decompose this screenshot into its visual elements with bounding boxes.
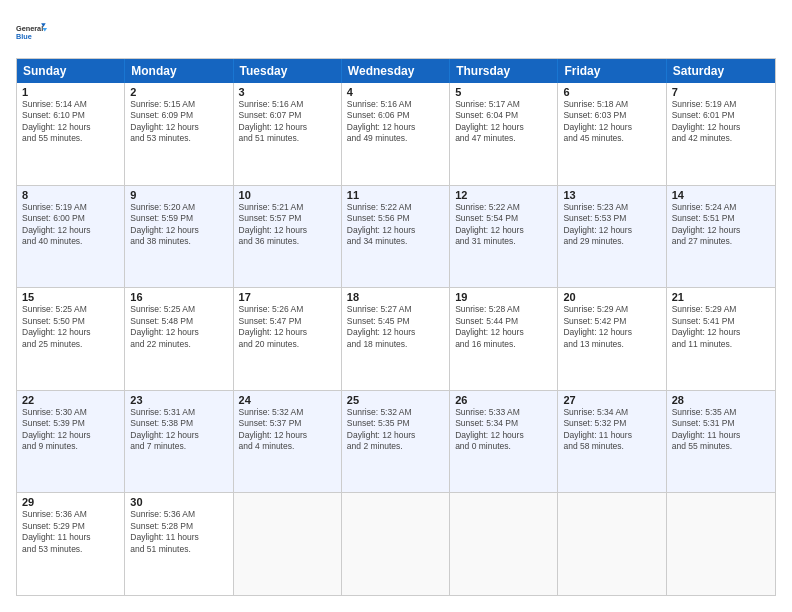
day-number: 29 — [22, 496, 119, 508]
empty-cell-r4c6 — [667, 493, 775, 595]
calendar-row-5: 29Sunrise: 5:36 AMSunset: 5:29 PMDayligh… — [17, 492, 775, 595]
calendar-header: SundayMondayTuesdayWednesdayThursdayFrid… — [17, 59, 775, 83]
calendar-row-3: 15Sunrise: 5:25 AMSunset: 5:50 PMDayligh… — [17, 287, 775, 390]
day-info: Sunrise: 5:31 AMSunset: 5:38 PMDaylight:… — [130, 407, 227, 453]
day-cell-21: 21Sunrise: 5:29 AMSunset: 5:41 PMDayligh… — [667, 288, 775, 390]
svg-text:Blue: Blue — [16, 32, 32, 41]
day-cell-7: 7Sunrise: 5:19 AMSunset: 6:01 PMDaylight… — [667, 83, 775, 185]
calendar-row-1: 1Sunrise: 5:14 AMSunset: 6:10 PMDaylight… — [17, 83, 775, 185]
day-cell-3: 3Sunrise: 5:16 AMSunset: 6:07 PMDaylight… — [234, 83, 342, 185]
day-cell-30: 30Sunrise: 5:36 AMSunset: 5:28 PMDayligh… — [125, 493, 233, 595]
day-info: Sunrise: 5:32 AMSunset: 5:37 PMDaylight:… — [239, 407, 336, 453]
calendar: SundayMondayTuesdayWednesdayThursdayFrid… — [16, 58, 776, 596]
day-number: 16 — [130, 291, 227, 303]
day-cell-25: 25Sunrise: 5:32 AMSunset: 5:35 PMDayligh… — [342, 391, 450, 493]
logo: GeneralBlue — [16, 16, 48, 48]
day-cell-23: 23Sunrise: 5:31 AMSunset: 5:38 PMDayligh… — [125, 391, 233, 493]
day-info: Sunrise: 5:17 AMSunset: 6:04 PMDaylight:… — [455, 99, 552, 145]
day-number: 7 — [672, 86, 770, 98]
empty-cell-r4c2 — [234, 493, 342, 595]
day-number: 17 — [239, 291, 336, 303]
day-cell-9: 9Sunrise: 5:20 AMSunset: 5:59 PMDaylight… — [125, 186, 233, 288]
day-number: 5 — [455, 86, 552, 98]
day-info: Sunrise: 5:19 AMSunset: 6:01 PMDaylight:… — [672, 99, 770, 145]
day-cell-8: 8Sunrise: 5:19 AMSunset: 6:00 PMDaylight… — [17, 186, 125, 288]
day-info: Sunrise: 5:34 AMSunset: 5:32 PMDaylight:… — [563, 407, 660, 453]
day-info: Sunrise: 5:23 AMSunset: 5:53 PMDaylight:… — [563, 202, 660, 248]
day-cell-1: 1Sunrise: 5:14 AMSunset: 6:10 PMDaylight… — [17, 83, 125, 185]
day-info: Sunrise: 5:36 AMSunset: 5:28 PMDaylight:… — [130, 509, 227, 555]
day-info: Sunrise: 5:25 AMSunset: 5:50 PMDaylight:… — [22, 304, 119, 350]
day-cell-15: 15Sunrise: 5:25 AMSunset: 5:50 PMDayligh… — [17, 288, 125, 390]
day-cell-13: 13Sunrise: 5:23 AMSunset: 5:53 PMDayligh… — [558, 186, 666, 288]
calendar-row-2: 8Sunrise: 5:19 AMSunset: 6:00 PMDaylight… — [17, 185, 775, 288]
day-cell-2: 2Sunrise: 5:15 AMSunset: 6:09 PMDaylight… — [125, 83, 233, 185]
empty-cell-r4c4 — [450, 493, 558, 595]
day-info: Sunrise: 5:16 AMSunset: 6:06 PMDaylight:… — [347, 99, 444, 145]
day-info: Sunrise: 5:29 AMSunset: 5:42 PMDaylight:… — [563, 304, 660, 350]
day-number: 9 — [130, 189, 227, 201]
weekday-header-thursday: Thursday — [450, 59, 558, 83]
day-number: 12 — [455, 189, 552, 201]
day-number: 27 — [563, 394, 660, 406]
day-number: 24 — [239, 394, 336, 406]
day-number: 22 — [22, 394, 119, 406]
day-number: 10 — [239, 189, 336, 201]
day-number: 13 — [563, 189, 660, 201]
day-cell-11: 11Sunrise: 5:22 AMSunset: 5:56 PMDayligh… — [342, 186, 450, 288]
day-info: Sunrise: 5:14 AMSunset: 6:10 PMDaylight:… — [22, 99, 119, 145]
day-info: Sunrise: 5:24 AMSunset: 5:51 PMDaylight:… — [672, 202, 770, 248]
day-cell-22: 22Sunrise: 5:30 AMSunset: 5:39 PMDayligh… — [17, 391, 125, 493]
day-number: 26 — [455, 394, 552, 406]
day-cell-4: 4Sunrise: 5:16 AMSunset: 6:06 PMDaylight… — [342, 83, 450, 185]
day-number: 2 — [130, 86, 227, 98]
day-info: Sunrise: 5:25 AMSunset: 5:48 PMDaylight:… — [130, 304, 227, 350]
day-cell-24: 24Sunrise: 5:32 AMSunset: 5:37 PMDayligh… — [234, 391, 342, 493]
day-info: Sunrise: 5:21 AMSunset: 5:57 PMDaylight:… — [239, 202, 336, 248]
day-number: 23 — [130, 394, 227, 406]
day-info: Sunrise: 5:15 AMSunset: 6:09 PMDaylight:… — [130, 99, 227, 145]
empty-cell-r4c5 — [558, 493, 666, 595]
svg-text:General: General — [16, 24, 43, 33]
day-number: 14 — [672, 189, 770, 201]
day-cell-10: 10Sunrise: 5:21 AMSunset: 5:57 PMDayligh… — [234, 186, 342, 288]
day-number: 6 — [563, 86, 660, 98]
day-cell-14: 14Sunrise: 5:24 AMSunset: 5:51 PMDayligh… — [667, 186, 775, 288]
day-info: Sunrise: 5:33 AMSunset: 5:34 PMDaylight:… — [455, 407, 552, 453]
day-cell-17: 17Sunrise: 5:26 AMSunset: 5:47 PMDayligh… — [234, 288, 342, 390]
weekday-header-friday: Friday — [558, 59, 666, 83]
day-cell-5: 5Sunrise: 5:17 AMSunset: 6:04 PMDaylight… — [450, 83, 558, 185]
day-info: Sunrise: 5:18 AMSunset: 6:03 PMDaylight:… — [563, 99, 660, 145]
day-cell-27: 27Sunrise: 5:34 AMSunset: 5:32 PMDayligh… — [558, 391, 666, 493]
day-cell-29: 29Sunrise: 5:36 AMSunset: 5:29 PMDayligh… — [17, 493, 125, 595]
day-number: 8 — [22, 189, 119, 201]
day-info: Sunrise: 5:29 AMSunset: 5:41 PMDaylight:… — [672, 304, 770, 350]
day-info: Sunrise: 5:26 AMSunset: 5:47 PMDaylight:… — [239, 304, 336, 350]
day-number: 15 — [22, 291, 119, 303]
weekday-header-tuesday: Tuesday — [234, 59, 342, 83]
day-info: Sunrise: 5:20 AMSunset: 5:59 PMDaylight:… — [130, 202, 227, 248]
day-cell-26: 26Sunrise: 5:33 AMSunset: 5:34 PMDayligh… — [450, 391, 558, 493]
day-info: Sunrise: 5:35 AMSunset: 5:31 PMDaylight:… — [672, 407, 770, 453]
day-cell-6: 6Sunrise: 5:18 AMSunset: 6:03 PMDaylight… — [558, 83, 666, 185]
day-number: 21 — [672, 291, 770, 303]
day-cell-20: 20Sunrise: 5:29 AMSunset: 5:42 PMDayligh… — [558, 288, 666, 390]
day-info: Sunrise: 5:36 AMSunset: 5:29 PMDaylight:… — [22, 509, 119, 555]
calendar-row-4: 22Sunrise: 5:30 AMSunset: 5:39 PMDayligh… — [17, 390, 775, 493]
day-number: 4 — [347, 86, 444, 98]
day-cell-12: 12Sunrise: 5:22 AMSunset: 5:54 PMDayligh… — [450, 186, 558, 288]
day-info: Sunrise: 5:32 AMSunset: 5:35 PMDaylight:… — [347, 407, 444, 453]
day-info: Sunrise: 5:22 AMSunset: 5:54 PMDaylight:… — [455, 202, 552, 248]
weekday-header-wednesday: Wednesday — [342, 59, 450, 83]
day-cell-28: 28Sunrise: 5:35 AMSunset: 5:31 PMDayligh… — [667, 391, 775, 493]
day-info: Sunrise: 5:16 AMSunset: 6:07 PMDaylight:… — [239, 99, 336, 145]
day-info: Sunrise: 5:30 AMSunset: 5:39 PMDaylight:… — [22, 407, 119, 453]
day-number: 30 — [130, 496, 227, 508]
calendar-body: 1Sunrise: 5:14 AMSunset: 6:10 PMDaylight… — [17, 83, 775, 595]
day-info: Sunrise: 5:28 AMSunset: 5:44 PMDaylight:… — [455, 304, 552, 350]
day-cell-16: 16Sunrise: 5:25 AMSunset: 5:48 PMDayligh… — [125, 288, 233, 390]
day-number: 19 — [455, 291, 552, 303]
day-number: 28 — [672, 394, 770, 406]
day-cell-18: 18Sunrise: 5:27 AMSunset: 5:45 PMDayligh… — [342, 288, 450, 390]
day-number: 18 — [347, 291, 444, 303]
